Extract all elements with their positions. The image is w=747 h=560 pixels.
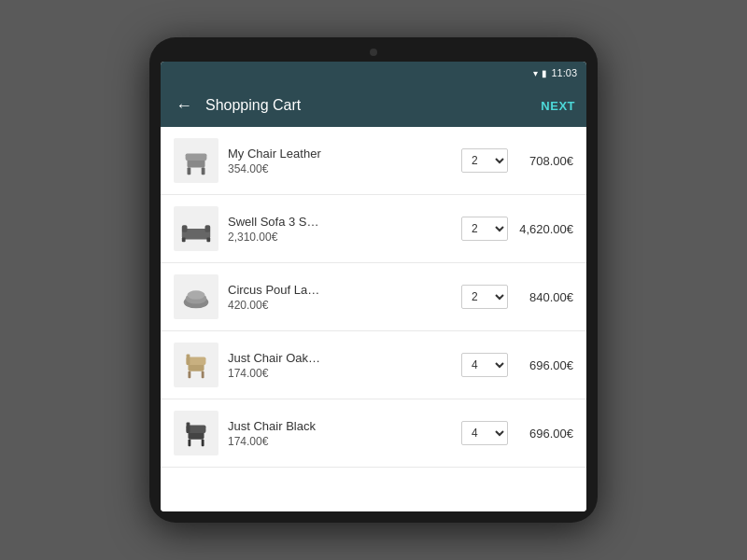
item-info-just-chair-black: Just Chair Black 174.00€ xyxy=(228,419,452,448)
battery-icon: ▮ xyxy=(542,68,547,78)
item-total: 4,620.00€ xyxy=(517,222,573,236)
cart-item-my-chair-leather: My Chair Leather 354.00€ 1 2 3 4 708.00€ xyxy=(161,127,586,195)
toolbar: ← Shopping Cart NEXT xyxy=(161,84,586,127)
page-title: Shopping Cart xyxy=(205,97,541,114)
product-image-just-chair-black xyxy=(174,411,218,455)
device: ▾ ▮ 11:03 ← Shopping Cart NEXT xyxy=(149,37,598,523)
quantity-select[interactable]: 1 2 3 4 xyxy=(461,217,508,241)
product-image-circus-pouf xyxy=(174,274,218,319)
chair-icon xyxy=(178,143,214,178)
svg-rect-1 xyxy=(188,168,191,175)
svg-rect-2 xyxy=(202,168,205,175)
svg-rect-21 xyxy=(187,423,190,433)
quantity-select[interactable]: 1 2 3 4 xyxy=(461,353,508,377)
item-unit-price: 174.00€ xyxy=(228,435,452,448)
svg-rect-3 xyxy=(186,153,207,161)
cart-item-swell-sofa: Swell Sofa 3 Seat... 2,310.00€ 1 2 3 4 4… xyxy=(161,195,586,263)
item-total: 696.00€ xyxy=(517,427,573,441)
sofa-icon xyxy=(178,211,214,246)
item-unit-price: 2,310.00€ xyxy=(228,231,452,244)
item-unit-price: 354.00€ xyxy=(228,162,452,175)
back-button[interactable]: ← xyxy=(172,92,196,119)
item-total: 708.00€ xyxy=(517,154,573,168)
item-unit-price: 174.00€ xyxy=(228,367,452,380)
item-qty-wrapper: 1 2 3 4 xyxy=(461,217,508,241)
screen: ▾ ▮ 11:03 ← Shopping Cart NEXT xyxy=(161,62,586,511)
item-total: 840.00€ xyxy=(517,290,573,304)
quantity-select[interactable]: 1 2 3 4 xyxy=(461,421,508,445)
item-qty-wrapper: 1 2 3 4 xyxy=(461,353,508,377)
cart-item-just-chair-black: Just Chair Black 174.00€ 1 2 3 4 696.00€ xyxy=(161,399,586,468)
item-name: Just Chair Black xyxy=(228,419,321,433)
item-unit-price: 420.00€ xyxy=(228,299,452,312)
item-name: Swell Sofa 3 Seat... xyxy=(228,215,321,229)
svg-point-11 xyxy=(188,290,205,300)
svg-rect-6 xyxy=(205,225,211,232)
svg-rect-13 xyxy=(188,371,190,379)
time-display: 11:03 xyxy=(551,67,577,78)
svg-rect-5 xyxy=(182,225,188,232)
next-button[interactable]: NEXT xyxy=(541,99,575,113)
product-image-just-chair-oak xyxy=(174,343,218,387)
status-icons: ▾ ▮ 11:03 xyxy=(533,67,577,78)
item-info-my-chair-leather: My Chair Leather 354.00€ xyxy=(228,147,452,175)
cart-item-circus-pouf: Circus Pouf Large... 420.00€ 1 2 3 4 840… xyxy=(161,263,586,331)
chair-oak-icon xyxy=(178,347,214,383)
svg-rect-7 xyxy=(182,238,186,243)
svg-rect-14 xyxy=(202,371,204,379)
quantity-select[interactable]: 1 2 3 4 xyxy=(461,285,508,309)
svg-rect-8 xyxy=(206,238,210,243)
chair-black-icon xyxy=(178,415,214,451)
pouf-icon xyxy=(178,279,214,315)
cart-list: My Chair Leather 354.00€ 1 2 3 4 708.00€ xyxy=(161,127,586,511)
product-image-swell-sofa xyxy=(174,206,218,251)
item-total: 696.00€ xyxy=(517,358,573,372)
item-qty-wrapper: 1 2 3 4 xyxy=(461,148,508,173)
status-bar: ▾ ▮ 11:03 xyxy=(161,62,586,84)
item-info-swell-sofa: Swell Sofa 3 Seat... 2,310.00€ xyxy=(228,215,452,244)
product-image-my-chair-leather xyxy=(174,138,218,183)
item-name: Circus Pouf Large... xyxy=(228,283,321,297)
item-info-circus-pouf: Circus Pouf Large... 420.00€ xyxy=(228,283,452,312)
item-info-just-chair-oak: Just Chair Oak/C... 174.00€ xyxy=(228,351,452,380)
device-camera xyxy=(370,49,377,56)
wifi-icon: ▾ xyxy=(533,68,538,78)
item-name: My Chair Leather xyxy=(228,147,321,161)
svg-rect-16 xyxy=(187,355,190,365)
item-qty-wrapper: 1 2 3 4 xyxy=(461,285,508,309)
item-name: Just Chair Oak/C... xyxy=(228,351,321,365)
cart-item-just-chair-oak: Just Chair Oak/C... 174.00€ 1 2 3 4 696.… xyxy=(161,331,586,399)
svg-rect-19 xyxy=(202,440,204,447)
svg-rect-18 xyxy=(188,440,190,447)
item-qty-wrapper: 1 2 3 4 xyxy=(461,421,508,445)
quantity-select[interactable]: 1 2 3 4 xyxy=(461,148,508,173)
